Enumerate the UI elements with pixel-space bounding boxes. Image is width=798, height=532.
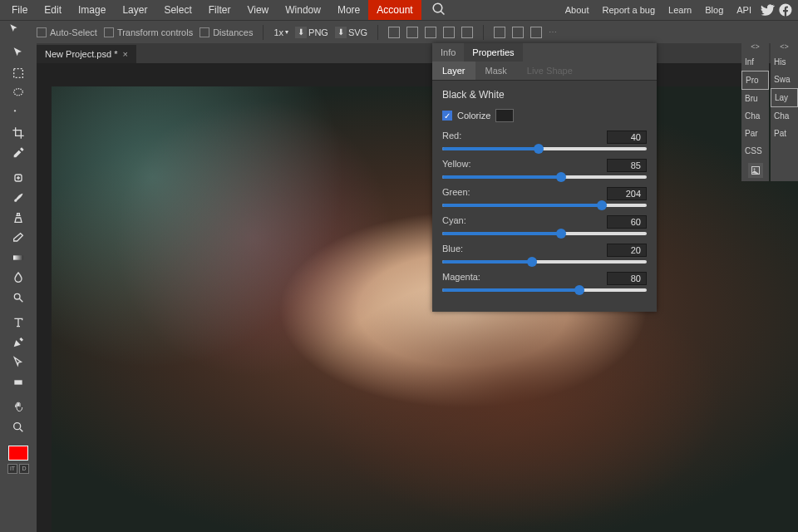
close-tab-icon[interactable]: × [122,49,127,59]
tab-info[interactable]: Info [432,43,464,62]
slider-label: Red: [442,131,461,144]
link-blog[interactable]: Blog [698,2,730,18]
align-left-icon[interactable] [388,27,400,38]
svg-point-8 [753,169,755,170]
slider-value-input[interactable]: 85 [607,159,647,172]
menu-image[interactable]: Image [70,1,114,19]
dock-tab-css[interactable]: CSS [741,142,769,160]
search-button[interactable] [421,0,456,22]
auto-select-checkbox[interactable]: Auto-Select [37,27,97,37]
document-tab[interactable]: New Project.psd * × [37,45,136,63]
dock-image-icon[interactable] [748,163,763,178]
colorize-checkbox[interactable]: ✓ [442,111,452,121]
eraser-tool[interactable] [3,228,33,248]
shape-tool[interactable] [3,372,33,392]
menu-layer[interactable]: Layer [114,1,155,19]
align-right-icon[interactable] [425,27,436,38]
gradient-tool[interactable] [3,248,33,268]
subtab-mask[interactable]: Mask [475,62,517,80]
slider-value-input[interactable]: 60 [607,215,647,229]
heal-tool[interactable] [3,168,33,188]
crop-tool[interactable] [3,123,33,143]
slider-red[interactable] [442,147,647,150]
link-api[interactable]: API [730,2,758,18]
svg-rect-5 [14,380,22,384]
align-center-h-icon[interactable] [406,27,418,38]
menu-view[interactable]: View [239,1,277,19]
document-tabbar: New Project.psd * × [0,43,798,63]
svg-rect-3 [13,255,23,259]
foreground-color-swatch[interactable] [8,446,28,461]
menu-window[interactable]: Window [277,1,329,19]
subtab-layer[interactable]: Layer [432,62,475,80]
hand-tool[interactable] [3,397,33,417]
slider-label: Magenta: [442,272,480,285]
dock-tab-lay[interactable]: Lay [771,88,798,107]
twitter-icon[interactable] [760,2,775,17]
dock-collapse-icon[interactable]: <> [771,40,798,53]
dock-tab-bru[interactable]: Bru [741,90,769,107]
pen-tool[interactable] [3,332,33,352]
menu-edit[interactable]: Edit [36,1,70,19]
menu-select[interactable]: Select [155,1,200,19]
link-bug[interactable]: Report a bug [595,2,662,18]
blur-tool[interactable] [3,268,33,288]
dock-tab-cha[interactable]: Cha [771,107,798,125]
type-tool[interactable] [3,313,33,332]
dock-tab-inf[interactable]: Inf [741,53,769,71]
move-tool[interactable] [3,43,33,63]
slider-blue[interactable] [442,260,647,264]
search-icon [431,2,446,17]
menu-account[interactable]: Account [368,0,421,20]
menubar: File Edit Image Layer Select Filter View… [0,0,798,20]
export-png-button[interactable]: ⬇PNG [295,27,328,38]
menu-filter[interactable]: Filter [200,1,239,19]
slider-value-input[interactable]: 204 [607,187,647,200]
document-photo [52,86,798,532]
zoom-dropdown[interactable]: 1x ▾ [273,27,288,37]
eyedropper-tool[interactable] [3,143,33,163]
brush-tool[interactable] [3,188,33,208]
slider-label: Blue: [442,244,463,257]
dock-tab-par[interactable]: Par [741,125,769,142]
magic-wand-tool[interactable] [3,103,33,123]
colorize-label: Colorize [457,111,490,121]
tab-properties[interactable]: Properties [464,43,522,62]
dock-tab-pat[interactable]: Pat [771,125,798,142]
distances-checkbox[interactable]: Distances [200,27,253,37]
distribute-v-icon[interactable] [512,27,524,38]
canvas-area[interactable] [37,63,798,532]
slider-magenta[interactable] [442,288,647,292]
dock-tab-swa[interactable]: Swa [771,71,798,88]
facebook-icon[interactable] [778,2,793,17]
dock-tab-pro[interactable]: Pro [741,71,769,90]
slider-value-input[interactable]: 20 [607,244,647,257]
align-top-icon[interactable] [443,27,455,38]
quickmask-toggles[interactable]: ITD [7,464,29,474]
clone-tool[interactable] [3,208,33,228]
marquee-tool[interactable] [3,63,33,83]
slider-green[interactable] [442,204,647,207]
slider-value-input[interactable]: 40 [607,131,647,144]
distribute-spacing-icon[interactable] [530,27,542,38]
dock-tab-his[interactable]: His [771,53,798,71]
path-select-tool[interactable] [3,352,33,372]
align-center-v-icon[interactable] [461,27,473,38]
dock-tab-cha[interactable]: Cha [741,107,769,125]
menu-file[interactable]: File [3,1,36,19]
link-learn[interactable]: Learn [662,2,698,18]
menu-more[interactable]: More [329,1,368,19]
properties-panel: Info Properties Layer Mask Live Shape Bl… [432,43,657,312]
slider-yellow[interactable] [442,175,647,179]
dock-collapse-icon[interactable]: <> [741,40,769,53]
slider-cyan[interactable] [442,232,647,235]
link-about[interactable]: About [559,2,596,18]
dodge-tool[interactable] [3,288,33,308]
lasso-tool[interactable] [3,83,33,103]
distribute-h-icon[interactable] [494,27,505,38]
slider-value-input[interactable]: 80 [607,272,647,285]
transform-controls-checkbox[interactable]: Transform controls [104,27,193,37]
colorize-swatch[interactable] [495,109,514,122]
zoom-tool[interactable] [3,417,33,437]
export-svg-button[interactable]: ⬇SVG [335,27,367,38]
